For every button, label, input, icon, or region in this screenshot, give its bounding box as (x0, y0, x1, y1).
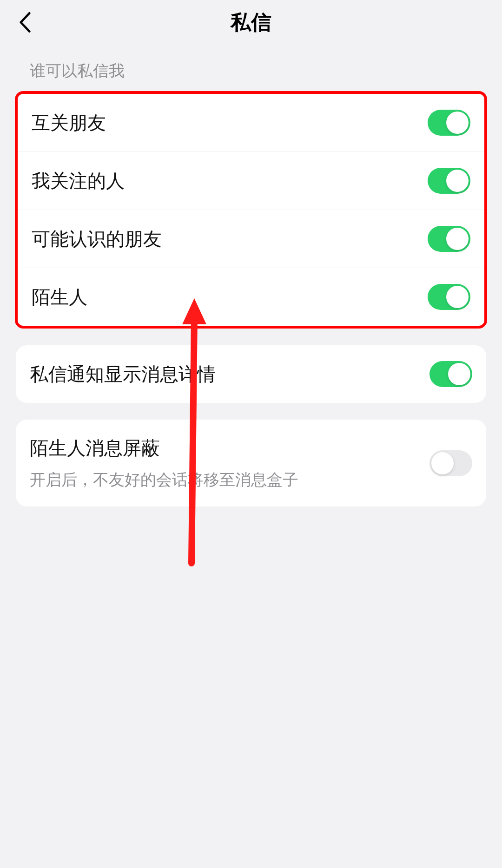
toggle-knob (446, 170, 469, 192)
row-mutual-friends: 互关朋友 (18, 94, 484, 152)
toggle-may-know[interactable] (428, 226, 470, 252)
toggle-strangers[interactable] (428, 284, 470, 310)
row-label: 可能认识的朋友 (32, 226, 162, 252)
toggle-following[interactable] (428, 168, 470, 194)
row-following: 我关注的人 (18, 152, 484, 210)
row-label: 陌生人消息屏蔽 (30, 435, 298, 461)
toggle-mutual-friends[interactable] (428, 110, 470, 136)
stranger-block-card: 陌生人消息屏蔽 开启后，不友好的会话将移至消息盒子 (16, 420, 486, 506)
row-label: 陌生人 (32, 284, 87, 310)
toggle-knob (431, 452, 454, 474)
toggle-stranger-block[interactable] (429, 450, 472, 476)
toggle-notification-detail[interactable] (429, 361, 472, 387)
row-notification-detail: 私信通知显示消息详情 (16, 345, 486, 403)
toggle-knob (446, 286, 469, 308)
row-label: 互关朋友 (32, 110, 106, 136)
section-label-who-can-dm: 谁可以私信我 (0, 45, 502, 91)
toggle-knob (446, 112, 469, 134)
row-strangers: 陌生人 (18, 268, 484, 326)
row-sublabel: 开启后，不友好的会话将移至消息盒子 (30, 469, 298, 491)
row-may-know: 可能认识的朋友 (18, 210, 484, 268)
notification-detail-card: 私信通知显示消息详情 (16, 345, 486, 403)
page-title: 私信 (231, 9, 271, 36)
row-label: 私信通知显示消息详情 (30, 362, 216, 387)
row-label: 我关注的人 (32, 168, 125, 194)
back-icon[interactable] (14, 11, 36, 33)
row-stranger-block: 陌生人消息屏蔽 开启后，不友好的会话将移至消息盒子 (16, 420, 486, 506)
toggle-knob (446, 228, 469, 250)
header: 私信 (0, 0, 502, 45)
toggle-knob (448, 363, 470, 385)
who-can-dm-card: 互关朋友 我关注的人 可能认识的朋友 陌生人 (15, 91, 487, 329)
